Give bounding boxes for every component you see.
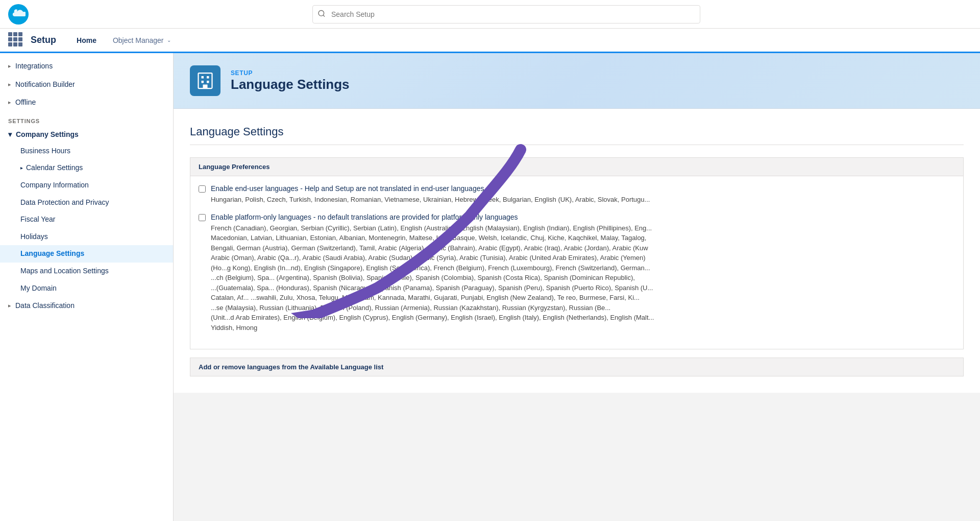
grid-icon[interactable]: [8, 32, 24, 49]
page-header: SETUP Language Settings: [174, 53, 980, 109]
sidebar-sub-item-data-protection[interactable]: Data Protection and Privacy: [0, 194, 173, 211]
checkbox-platform-only-languages[interactable]: [199, 214, 206, 221]
sidebar: ▸ Integrations ▸ Notification Builder ▸ …: [0, 53, 174, 521]
sidebar-sub-item-calendar-settings[interactable]: ▸ Calendar Settings: [0, 159, 173, 177]
svg-point-0: [318, 10, 324, 16]
page-title: Language Settings: [231, 77, 350, 92]
sidebar-sub-item-company-information[interactable]: Company Information: [0, 177, 173, 194]
checkbox-end-user-languages[interactable]: [199, 185, 206, 193]
language-preferences-header: Language Preferences: [190, 157, 964, 176]
tab-home[interactable]: Home: [68, 29, 105, 53]
checkbox1-label: Enable end-user languages - Help and Set…: [211, 184, 650, 193]
svg-rect-2: [202, 76, 204, 79]
search-icon: [317, 9, 326, 19]
sidebar-item-offline[interactable]: ▸ Offline: [0, 93, 173, 112]
chevron-right-icon: ▸: [8, 302, 11, 310]
sidebar-sub-item-my-domain[interactable]: My Domain: [0, 280, 173, 297]
setup-label: SETUP: [231, 69, 350, 77]
sidebar-item-data-classification[interactable]: ▸ Data Classification: [0, 297, 173, 315]
sidebar-item-notification-builder[interactable]: ▸ Notification Builder: [0, 76, 173, 94]
sidebar-item-integrations[interactable]: ▸ Integrations: [0, 57, 173, 76]
sidebar-sub-item-business-hours[interactable]: Business Hours: [0, 143, 173, 160]
svg-rect-5: [207, 81, 209, 83]
checkbox2-subtext: French (Canadian), Georgian, Serbian (Cy…: [211, 223, 654, 333]
content-area: SETUP Language Settings Language Setting…: [174, 53, 980, 521]
chevron-right-icon: ▸: [8, 62, 11, 70]
page-icon: [190, 65, 220, 96]
chevron-right-icon: ▸: [8, 81, 11, 88]
search-input[interactable]: [312, 5, 700, 23]
tab-object-manager[interactable]: Object Manager ⌄: [105, 29, 179, 53]
salesforce-logo[interactable]: [8, 4, 29, 25]
chevron-down-icon: ⌄: [167, 37, 171, 43]
sidebar-item-company-settings[interactable]: ▾ Company Settings: [0, 126, 173, 143]
checkbox-row-2: Enable platform-only languages - no defa…: [199, 213, 955, 333]
nav-bar: Setup Home Object Manager ⌄: [0, 29, 980, 53]
top-bar: [0, 0, 980, 29]
svg-rect-6: [203, 85, 208, 89]
checkbox-row-1: Enable end-user languages - Help and Set…: [199, 184, 955, 205]
checkbox1-subtext: Hungarian, Polish, Czech, Turkish, Indon…: [211, 195, 650, 205]
svg-rect-4: [202, 81, 204, 83]
chevron-down-icon: ▾: [8, 130, 12, 138]
settings-section-label: SETTINGS: [0, 112, 173, 126]
sidebar-sub-item-language-settings[interactable]: Language Settings: [0, 245, 173, 263]
svg-rect-3: [207, 76, 209, 79]
sidebar-sub-item-holidays[interactable]: Holidays: [0, 228, 173, 246]
chevron-right-icon: ▸: [8, 99, 11, 106]
language-preferences-body: Enable end-user languages - Help and Set…: [190, 176, 964, 349]
checkbox2-label: Enable platform-only languages - no defa…: [211, 213, 654, 221]
search-bar: [312, 5, 700, 23]
add-remove-languages-header: Add or remove languages from the Availab…: [190, 358, 964, 376]
main-layout: ▸ Integrations ▸ Notification Builder ▸ …: [0, 53, 980, 521]
chevron-right-icon: ▸: [20, 164, 23, 172]
sidebar-sub-item-maps-location[interactable]: Maps and Location Settings: [0, 263, 173, 280]
sidebar-sub-item-fiscal-year[interactable]: Fiscal Year: [0, 211, 173, 228]
content-body: Language Settings Language Preferences E…: [174, 109, 980, 393]
content-heading: Language Settings: [190, 125, 964, 145]
nav-title: Setup: [31, 35, 56, 45]
page-header-text: SETUP Language Settings: [231, 69, 350, 92]
